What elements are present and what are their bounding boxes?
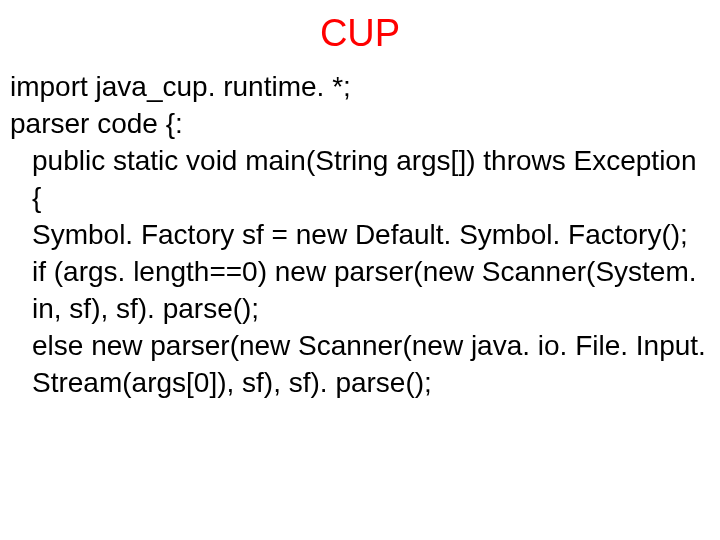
slide-title: CUP	[10, 12, 710, 55]
code-block: import java_cup. runtime. *; parser code…	[10, 69, 710, 402]
code-line-4: Symbol. Factory sf = new Default. Symbol…	[10, 217, 710, 254]
code-line-2: parser code {:	[10, 106, 710, 143]
code-line-3: public static void main(String args[]) t…	[10, 143, 710, 217]
code-line-5: if (args. length==0) new parser(new Scan…	[10, 254, 710, 328]
code-line-1: import java_cup. runtime. *;	[10, 69, 710, 106]
code-line-6: else new parser(new Scanner(new java. io…	[10, 328, 710, 402]
